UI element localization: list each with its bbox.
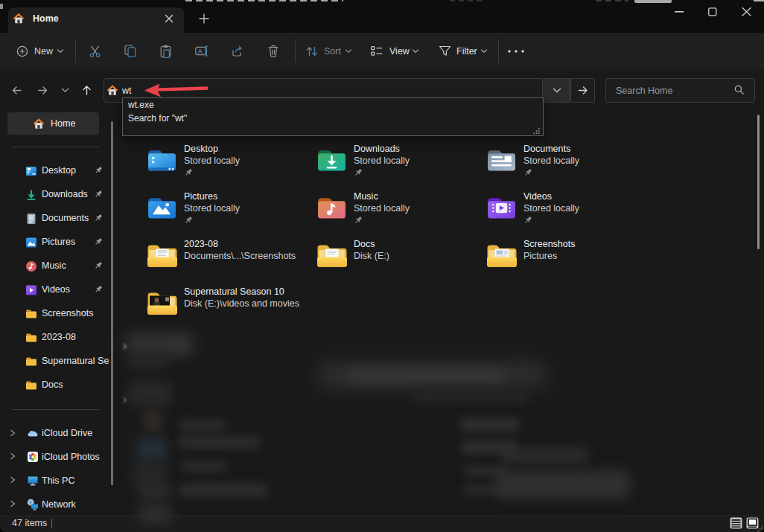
svg-text:A: A [197, 48, 203, 55]
